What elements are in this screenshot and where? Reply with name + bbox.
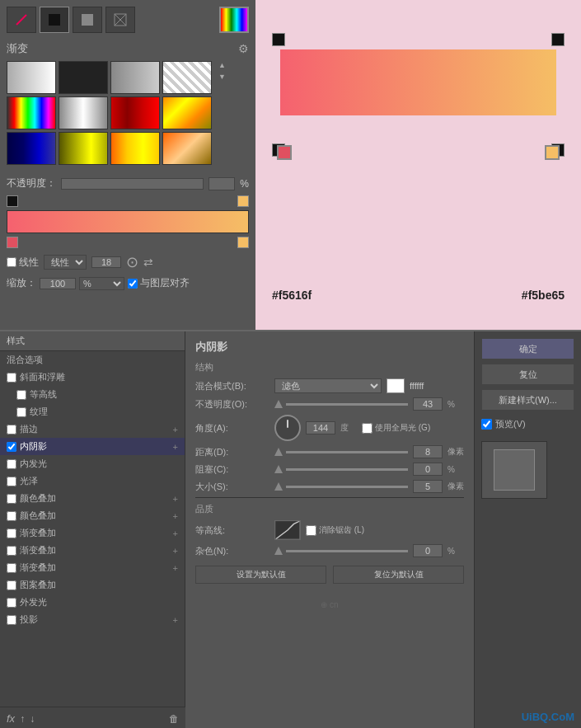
stop-right[interactable] — [237, 237, 249, 248]
opacity-slider[interactable] — [61, 178, 204, 190]
gradient-preset-6[interactable] — [59, 96, 108, 129]
gear-icon[interactable]: ⚙ — [238, 42, 249, 55]
angle-number-input[interactable] — [91, 256, 121, 268]
style-item-satin[interactable]: 光泽 — [0, 472, 185, 490]
distance-track[interactable] — [286, 451, 408, 453]
noise-value-field[interactable] — [413, 544, 443, 557]
style-item-pattern-overlay[interactable]: 图案叠加 — [0, 576, 185, 594]
set-default-btn[interactable]: 设置为默认值 — [195, 566, 326, 584]
noise-triangle[interactable] — [274, 547, 283, 555]
gradient-preset-3[interactable] — [110, 61, 160, 94]
stop-marker-orange[interactable] — [237, 195, 249, 207]
gradient-overlay-3-plus[interactable]: + — [173, 563, 178, 573]
style-item-inner-glow[interactable]: 内发光 — [0, 455, 185, 472]
choke-track[interactable] — [286, 468, 408, 471]
stop-marker-black[interactable] — [7, 195, 18, 207]
gradient-overlay-1-checkbox[interactable] — [7, 528, 16, 538]
pattern-overlay-checkbox[interactable] — [7, 580, 16, 590]
style-item-blending[interactable]: 混合选项 — [0, 351, 185, 369]
drop-shadow-plus[interactable]: + — [173, 615, 178, 625]
choke-triangle[interactable] — [274, 465, 283, 473]
style-item-outer-glow[interactable]: 外发光 — [0, 594, 185, 611]
distance-triangle[interactable] — [274, 448, 283, 456]
linear-checkbox[interactable] — [7, 257, 16, 267]
gradient-preset-2[interactable] — [59, 61, 108, 94]
move-down-icon[interactable]: ↓ — [30, 713, 35, 725]
inner-shadow-checkbox[interactable] — [7, 442, 16, 452]
opacity-value-input[interactable] — [209, 177, 235, 190]
satin-checkbox[interactable] — [7, 477, 16, 486]
texture-checkbox[interactable] — [16, 407, 26, 417]
angle-value-field[interactable] — [306, 421, 335, 434]
scroll-up-icon[interactable]: ▲ — [218, 61, 226, 69]
style-item-contour[interactable]: 等高线 — [0, 386, 185, 403]
gradient-bar[interactable] — [7, 210, 249, 233]
style-item-color-overlay-2[interactable]: 颜色叠加 + — [0, 507, 185, 524]
color-swatch[interactable] — [387, 378, 405, 393]
scale-unit-select[interactable]: % — [79, 277, 124, 290]
drop-shadow-checkbox[interactable] — [7, 615, 16, 625]
style-item-gradient-overlay-3[interactable]: 渐变叠加 + — [0, 559, 185, 576]
gradient-preset-12[interactable] — [162, 132, 212, 165]
color-overlay-1-plus[interactable]: + — [173, 494, 178, 504]
ok-button[interactable]: 确定 — [481, 338, 574, 359]
delete-icon[interactable]: 🗑 — [169, 713, 179, 725]
gradient-overlay-1-plus[interactable]: + — [173, 528, 178, 538]
reverse-icon[interactable]: ⇄ — [143, 256, 153, 269]
gradient-preset-11[interactable] — [110, 132, 160, 165]
contour-preview[interactable] — [274, 520, 301, 540]
contour-checkbox[interactable] — [16, 390, 26, 400]
rainbow-tool[interactable] — [219, 7, 249, 33]
color-overlay-2-plus[interactable]: + — [173, 511, 178, 521]
use-global-light-checkbox[interactable] — [362, 423, 372, 434]
color-overlay-2-checkbox[interactable] — [7, 511, 16, 521]
style-item-texture[interactable]: 纹理 — [0, 403, 185, 420]
style-item-gradient-overlay-1[interactable]: 渐变叠加 + — [0, 524, 185, 542]
color-overlay-1-checkbox[interactable] — [7, 494, 16, 504]
reset-default-btn[interactable]: 复位为默认值 — [333, 566, 464, 584]
inner-shadow-plus-icon[interactable]: + — [173, 442, 178, 452]
gradient-preset-8[interactable] — [162, 96, 212, 129]
outer-glow-checkbox[interactable] — [7, 598, 16, 608]
right-color-stop[interactable] — [545, 145, 560, 160]
type-select[interactable]: 线性 径向 角度 — [44, 255, 87, 270]
move-up-icon[interactable]: ↑ — [20, 713, 25, 725]
scale-value-input[interactable] — [40, 278, 76, 289]
gradient-preset-5[interactable] — [7, 96, 56, 129]
anti-alias-checkbox[interactable] — [306, 525, 316, 536]
size-triangle[interactable] — [274, 482, 283, 491]
stroke-checkbox[interactable] — [7, 425, 16, 434]
size-value-field[interactable] — [413, 480, 443, 493]
style-item-gradient-overlay-2[interactable]: 渐变叠加 + — [0, 542, 185, 559]
gray-rect-tool[interactable] — [73, 7, 102, 33]
pattern-rect-tool[interactable] — [105, 7, 135, 33]
style-item-color-overlay-1[interactable]: 颜色叠加 + — [0, 490, 185, 507]
gradient-overlay-3-checkbox[interactable] — [7, 563, 16, 573]
style-item-stroke[interactable]: 描边 + — [0, 420, 185, 438]
compass-icon[interactable]: ⊙ — [126, 253, 138, 271]
align-layers-checkbox[interactable] — [128, 279, 138, 289]
reset-button[interactable]: 复位 — [481, 364, 574, 385]
stop-left[interactable] — [7, 237, 18, 248]
gradient-overlay-2-plus[interactable]: + — [173, 546, 178, 556]
style-item-drop-shadow[interactable]: 投影 + — [0, 611, 185, 628]
left-color-stop[interactable] — [277, 145, 292, 160]
style-item-bevel[interactable]: 斜面和浮雕 — [0, 369, 185, 386]
opacity-value-field[interactable] — [413, 397, 443, 411]
angle-dial[interactable] — [274, 415, 301, 441]
blend-mode-select[interactable]: 滤色 正常 叠加 — [274, 378, 382, 393]
gradient-preset-10[interactable] — [59, 132, 108, 165]
handle-top-right[interactable] — [551, 33, 565, 46]
handle-top-left[interactable] — [272, 33, 285, 46]
gradient-preset-4[interactable] — [162, 61, 212, 94]
distance-value-field[interactable] — [413, 445, 443, 458]
opacity-triangle-slider[interactable] — [274, 400, 283, 408]
noise-track[interactable] — [286, 550, 408, 552]
inner-glow-checkbox[interactable] — [7, 459, 16, 469]
gradient-preset-7[interactable] — [110, 96, 160, 129]
solid-rect-tool[interactable] — [40, 7, 69, 33]
diagonal-line-tool[interactable] — [7, 7, 36, 33]
preview-checkbox[interactable] — [481, 419, 492, 430]
gradient-preset-9[interactable] — [7, 132, 56, 165]
new-style-button[interactable]: 新建样式(W)... — [481, 389, 574, 411]
